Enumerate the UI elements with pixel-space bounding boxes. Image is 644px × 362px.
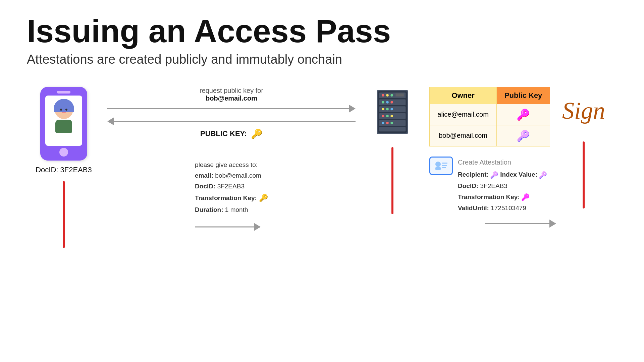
avatar-eyes (60, 109, 67, 111)
id-card-icon (429, 157, 453, 175)
table-header-owner: Owner (430, 87, 497, 104)
id-card-svg (433, 159, 449, 172)
middle-section: request public key for bob@email.com PUB… (101, 87, 362, 232)
svg-point-8 (382, 94, 384, 97)
access-email-line: email: bob@email.com (195, 170, 268, 181)
phone-home-button (59, 148, 68, 157)
pubkey-response-label: PUBLIC KEY: 🔑 (200, 128, 263, 139)
recipient-key-icon: 🔑 (490, 169, 498, 181)
avatar-mouth (62, 112, 66, 113)
svg-point-21 (386, 122, 389, 124)
bob-key-icon: 🔑 (517, 130, 530, 142)
phone-screen (45, 96, 82, 146)
access-docid-line: DocID: 3F2EAB3 (195, 181, 268, 192)
page: Issuing an Access Pass Attestations are … (0, 0, 644, 362)
sign-text: Sign (562, 97, 605, 125)
attestation-index: Index Value: 🔑 (500, 169, 547, 181)
svg-point-14 (382, 108, 384, 110)
server-section (362, 87, 423, 214)
table-cell-alice-owner: alice@email.com (430, 104, 497, 125)
table-cell-bob-key: 🔑 (497, 125, 550, 146)
arrow-response-left (107, 116, 356, 126)
page-subtitle: Attestations are created publicly and im… (27, 52, 617, 67)
svg-point-10 (390, 94, 393, 97)
phone-device (40, 87, 87, 161)
svg-point-22 (390, 122, 393, 124)
arrow-group-top: request public key for bob@email.com PUB… (107, 87, 356, 139)
alice-key-icon: 🔑 (517, 109, 530, 121)
table-header-pubkey: Public Key (497, 87, 550, 104)
svg-point-12 (386, 101, 389, 104)
table-row: alice@email.com 🔑 (430, 104, 550, 125)
avatar-character (49, 101, 79, 141)
phone-section: DocID: 3F2EAB3 (27, 87, 101, 248)
sign-section: Sign (550, 87, 617, 208)
access-transform-line: Transformation Key: 🔑 (195, 192, 268, 204)
svg-point-13 (390, 101, 393, 104)
red-line-server (391, 147, 393, 214)
key-table: Owner Public Key alice@email.com 🔑 bob@e… (429, 87, 550, 146)
attestation-docid: DocID: 3F2EAB3 (458, 181, 547, 191)
arrow-access-right (195, 222, 261, 232)
request-email: bob@email.com (206, 95, 257, 102)
svg-rect-29 (442, 163, 447, 164)
request-label: request public key for bob@email.com (200, 87, 263, 102)
page-title: Issuing an Access Pass (27, 13, 617, 49)
avatar-face (60, 109, 67, 113)
attestation-recipient: Recipient: 🔑 (458, 169, 498, 181)
svg-point-20 (382, 122, 384, 124)
red-line-sign (583, 141, 585, 208)
table-cell-alice-key: 🔑 (497, 104, 550, 125)
svg-point-9 (386, 94, 389, 97)
attestation-validuntil: ValidUntil: 1725103479 (458, 203, 547, 214)
svg-point-27 (435, 162, 441, 167)
access-duration-line: Duration: 1 month (195, 204, 268, 215)
avatar-eye-right (65, 109, 67, 111)
table-cell-bob-owner: bob@email.com (430, 125, 497, 146)
attestation-box: Create Attestation Recipient: 🔑 Index Va… (458, 157, 547, 229)
svg-point-11 (382, 101, 384, 104)
attestation-transform: Transformation Key: 🔑 (458, 191, 530, 203)
svg-point-16 (390, 108, 393, 110)
pubkey-key-icon: 🔑 (251, 128, 263, 139)
transform-key-icon: 🔑 (259, 192, 268, 204)
svg-point-18 (386, 115, 389, 117)
avatar-body (55, 120, 72, 133)
index-key-icon: 🔑 (539, 169, 547, 181)
arrow-request-right (107, 104, 356, 114)
avatar-head (55, 101, 73, 119)
access-line1: please give access to: (195, 160, 268, 170)
transform-key-icon2: 🔑 (521, 191, 530, 203)
svg-rect-31 (442, 167, 446, 168)
diagram: DocID: 3F2EAB3 request public key for bo… (27, 87, 617, 248)
svg-point-17 (382, 115, 384, 117)
avatar-eye-left (60, 109, 62, 111)
svg-rect-28 (435, 167, 441, 170)
phone-speaker (57, 91, 70, 94)
svg-point-15 (386, 108, 389, 110)
table-section: Owner Public Key alice@email.com 🔑 bob@e… (423, 87, 550, 229)
red-line-phone (63, 181, 65, 248)
svg-point-19 (390, 115, 393, 117)
access-request-box: please give access to: email: bob@email.… (195, 160, 268, 232)
create-attestation-label: Create Attestation (458, 157, 547, 168)
svg-rect-7 (379, 127, 406, 131)
svg-rect-30 (442, 165, 447, 166)
table-row: bob@email.com 🔑 (430, 125, 550, 146)
attestation-area: Create Attestation Recipient: 🔑 Index Va… (429, 157, 550, 229)
attestation-arrow (485, 219, 556, 229)
server-icon (372, 87, 413, 137)
doc-id-label: DocID: 3F2EAB3 (36, 166, 92, 174)
